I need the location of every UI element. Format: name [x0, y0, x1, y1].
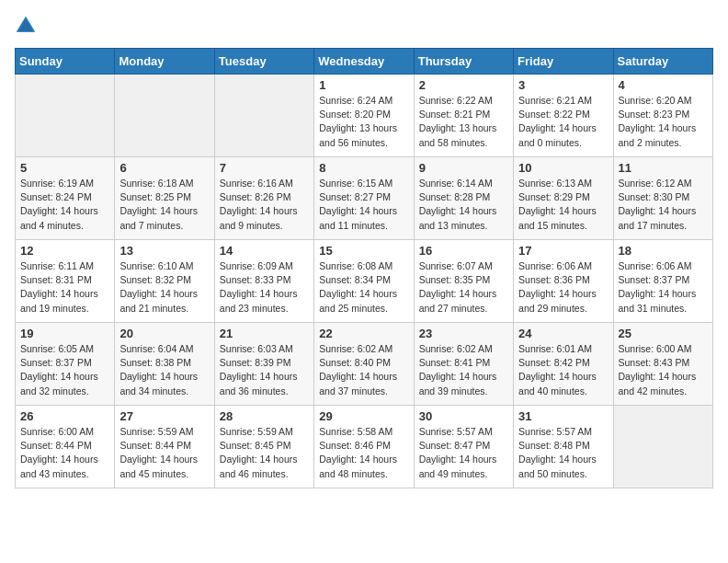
calendar-cell: 5Sunrise: 6:19 AMSunset: 8:24 PMDaylight… — [16, 157, 115, 240]
day-number: 8 — [319, 161, 408, 175]
day-info: Sunrise: 6:00 AMSunset: 8:43 PMDaylight:… — [619, 342, 708, 398]
calendar-cell: 22Sunrise: 6:02 AMSunset: 8:40 PMDayligh… — [314, 323, 414, 406]
calendar-cell: 18Sunrise: 6:06 AMSunset: 8:37 PMDayligh… — [613, 240, 712, 323]
calendar-cell: 31Sunrise: 5:57 AMSunset: 8:48 PMDayligh… — [514, 406, 613, 488]
day-info: Sunrise: 6:06 AMSunset: 8:37 PMDaylight:… — [619, 259, 708, 316]
calendar-cell — [16, 75, 115, 157]
week-row-2: 12Sunrise: 6:11 AMSunset: 8:31 PMDayligh… — [16, 240, 713, 323]
day-number: 18 — [619, 244, 708, 258]
calendar-cell: 30Sunrise: 5:57 AMSunset: 8:47 PMDayligh… — [414, 406, 513, 488]
week-row-3: 19Sunrise: 6:05 AMSunset: 8:37 PMDayligh… — [16, 323, 713, 406]
day-info: Sunrise: 6:02 AMSunset: 8:40 PMDaylight:… — [319, 342, 408, 398]
calendar-cell: 7Sunrise: 6:16 AMSunset: 8:26 PMDaylight… — [214, 157, 313, 240]
calendar-cell: 13Sunrise: 6:10 AMSunset: 8:32 PMDayligh… — [115, 240, 214, 323]
calendar-cell: 29Sunrise: 5:58 AMSunset: 8:46 PMDayligh… — [314, 406, 414, 488]
day-info: Sunrise: 6:00 AMSunset: 8:44 PMDaylight:… — [20, 425, 109, 481]
day-number: 22 — [319, 327, 408, 340]
day-info: Sunrise: 6:07 AMSunset: 8:35 PMDaylight:… — [419, 259, 508, 316]
day-info: Sunrise: 6:02 AMSunset: 8:41 PMDaylight:… — [419, 342, 508, 398]
day-number: 29 — [319, 409, 408, 423]
day-info: Sunrise: 5:59 AMSunset: 8:44 PMDaylight:… — [119, 425, 209, 481]
calendar-cell — [115, 75, 214, 157]
weekday-header-tuesday: Tuesday — [214, 49, 313, 75]
calendar-cell: 11Sunrise: 6:12 AMSunset: 8:30 PMDayligh… — [613, 157, 712, 240]
day-info: Sunrise: 6:21 AMSunset: 8:22 PMDaylight:… — [518, 94, 608, 150]
calendar-cell — [613, 406, 712, 488]
day-number: 19 — [20, 327, 109, 340]
day-number: 31 — [518, 409, 608, 423]
calendar-cell: 14Sunrise: 6:09 AMSunset: 8:33 PMDayligh… — [214, 240, 313, 323]
day-info: Sunrise: 6:20 AMSunset: 8:23 PMDaylight:… — [619, 94, 708, 150]
calendar-cell: 19Sunrise: 6:05 AMSunset: 8:37 PMDayligh… — [16, 323, 115, 406]
day-number: 16 — [419, 244, 508, 258]
day-number: 6 — [119, 161, 209, 175]
calendar-cell: 8Sunrise: 6:15 AMSunset: 8:27 PMDaylight… — [314, 157, 414, 240]
day-info: Sunrise: 6:13 AMSunset: 8:29 PMDaylight:… — [518, 177, 608, 233]
weekday-header-sunday: Sunday — [16, 49, 115, 75]
calendar-cell: 24Sunrise: 6:01 AMSunset: 8:42 PMDayligh… — [514, 323, 613, 406]
calendar-cell: 23Sunrise: 6:02 AMSunset: 8:41 PMDayligh… — [414, 323, 513, 406]
day-number: 4 — [619, 78, 708, 92]
weekday-header-thursday: Thursday — [414, 49, 513, 75]
day-info: Sunrise: 6:09 AMSunset: 8:33 PMDaylight:… — [220, 259, 309, 316]
day-number: 11 — [619, 161, 708, 175]
day-info: Sunrise: 6:24 AMSunset: 8:20 PMDaylight:… — [319, 94, 408, 150]
day-number: 17 — [518, 244, 608, 258]
day-info: Sunrise: 6:10 AMSunset: 8:32 PMDaylight:… — [119, 259, 209, 316]
day-number: 27 — [119, 409, 209, 423]
day-number: 7 — [220, 161, 309, 175]
day-number: 21 — [220, 327, 309, 340]
week-row-4: 26Sunrise: 6:00 AMSunset: 8:44 PMDayligh… — [16, 406, 713, 488]
day-info: Sunrise: 5:57 AMSunset: 8:47 PMDaylight:… — [419, 425, 508, 481]
day-info: Sunrise: 6:05 AMSunset: 8:37 PMDaylight:… — [20, 342, 109, 398]
day-number: 30 — [419, 409, 508, 423]
calendar-cell: 28Sunrise: 5:59 AMSunset: 8:45 PMDayligh… — [214, 406, 313, 488]
day-number: 9 — [419, 161, 508, 175]
day-number: 3 — [518, 78, 608, 92]
header — [15, 15, 713, 37]
day-number: 13 — [119, 244, 209, 258]
weekday-header-monday: Monday — [115, 49, 214, 75]
calendar-cell — [214, 75, 313, 157]
day-number: 5 — [20, 161, 109, 175]
day-info: Sunrise: 6:16 AMSunset: 8:26 PMDaylight:… — [220, 177, 309, 233]
calendar-cell: 20Sunrise: 6:04 AMSunset: 8:38 PMDayligh… — [115, 323, 214, 406]
day-info: Sunrise: 6:19 AMSunset: 8:24 PMDaylight:… — [20, 177, 109, 233]
day-number: 12 — [20, 244, 109, 258]
calendar-cell: 10Sunrise: 6:13 AMSunset: 8:29 PMDayligh… — [514, 157, 613, 240]
week-row-1: 5Sunrise: 6:19 AMSunset: 8:24 PMDaylight… — [16, 157, 713, 240]
day-info: Sunrise: 6:03 AMSunset: 8:39 PMDaylight:… — [220, 342, 309, 398]
day-number: 26 — [20, 409, 109, 423]
day-number: 1 — [319, 78, 408, 92]
day-number: 10 — [518, 161, 608, 175]
day-number: 28 — [220, 409, 309, 423]
calendar-cell: 4Sunrise: 6:20 AMSunset: 8:23 PMDaylight… — [613, 75, 712, 157]
calendar-cell: 21Sunrise: 6:03 AMSunset: 8:39 PMDayligh… — [214, 323, 313, 406]
day-number: 24 — [518, 327, 608, 340]
calendar-cell: 15Sunrise: 6:08 AMSunset: 8:34 PMDayligh… — [314, 240, 414, 323]
calendar-cell: 1Sunrise: 6:24 AMSunset: 8:20 PMDaylight… — [314, 75, 414, 157]
day-info: Sunrise: 5:57 AMSunset: 8:48 PMDaylight:… — [518, 425, 608, 481]
weekday-header-row: SundayMondayTuesdayWednesdayThursdayFrid… — [16, 49, 713, 75]
logo-icon — [15, 15, 37, 37]
day-info: Sunrise: 6:22 AMSunset: 8:21 PMDaylight:… — [419, 94, 508, 150]
calendar-cell: 9Sunrise: 6:14 AMSunset: 8:28 PMDaylight… — [414, 157, 513, 240]
weekday-header-wednesday: Wednesday — [314, 49, 414, 75]
calendar-cell: 3Sunrise: 6:21 AMSunset: 8:22 PMDaylight… — [514, 75, 613, 157]
calendar-cell: 2Sunrise: 6:22 AMSunset: 8:21 PMDaylight… — [414, 75, 513, 157]
day-info: Sunrise: 5:58 AMSunset: 8:46 PMDaylight:… — [319, 425, 408, 481]
day-info: Sunrise: 6:12 AMSunset: 8:30 PMDaylight:… — [619, 177, 708, 233]
weekday-header-friday: Friday — [514, 49, 613, 75]
calendar-cell: 6Sunrise: 6:18 AMSunset: 8:25 PMDaylight… — [115, 157, 214, 240]
day-info: Sunrise: 6:01 AMSunset: 8:42 PMDaylight:… — [518, 342, 608, 398]
day-info: Sunrise: 6:11 AMSunset: 8:31 PMDaylight:… — [20, 259, 109, 316]
weekday-header-saturday: Saturday — [613, 49, 712, 75]
week-row-0: 1Sunrise: 6:24 AMSunset: 8:20 PMDaylight… — [16, 75, 713, 157]
calendar-cell: 12Sunrise: 6:11 AMSunset: 8:31 PMDayligh… — [16, 240, 115, 323]
calendar-cell: 16Sunrise: 6:07 AMSunset: 8:35 PMDayligh… — [414, 240, 513, 323]
calendar-cell: 26Sunrise: 6:00 AMSunset: 8:44 PMDayligh… — [16, 406, 115, 488]
day-info: Sunrise: 6:15 AMSunset: 8:27 PMDaylight:… — [319, 177, 408, 233]
day-number: 15 — [319, 244, 408, 258]
day-number: 2 — [419, 78, 508, 92]
day-info: Sunrise: 6:08 AMSunset: 8:34 PMDaylight:… — [319, 259, 408, 316]
